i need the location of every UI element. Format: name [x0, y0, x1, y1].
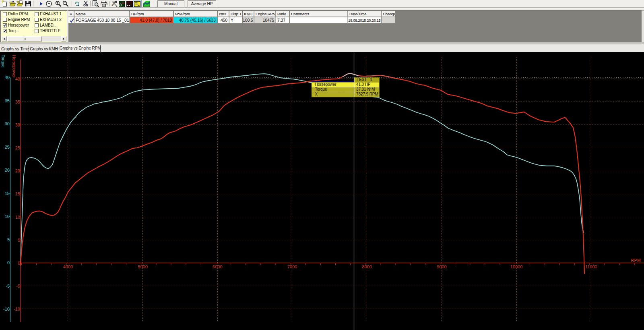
svg-text:Torque: Torque	[315, 87, 328, 91]
svg-text:20: 20	[15, 168, 20, 173]
svg-text:10: 10	[15, 215, 20, 220]
svg-text:8000: 8000	[362, 264, 372, 269]
svg-text:10000: 10000	[510, 264, 523, 269]
svg-text:Torque: Torque	[1, 55, 6, 68]
svg-text:7827.9 RPM: 7827.9 RPM	[356, 92, 378, 96]
svg-text:-10: -10	[14, 307, 20, 311]
svg-text:40: 40	[5, 75, 10, 80]
svg-text:RPM: RPM	[631, 258, 641, 263]
svg-text:30: 30	[5, 121, 10, 126]
svg-text:TEST 1: TEST 1	[357, 77, 372, 82]
svg-text:Horsepower: Horsepower	[12, 55, 17, 78]
svg-text:10: 10	[5, 214, 10, 219]
svg-text:7000: 7000	[287, 264, 297, 269]
svg-text:-5: -5	[16, 284, 20, 288]
svg-text:Horsepower: Horsepower	[315, 82, 337, 87]
svg-text:6000: 6000	[213, 264, 222, 269]
svg-text:X: X	[315, 92, 318, 96]
svg-text:-10: -10	[3, 307, 10, 311]
svg-text:9000: 9000	[437, 264, 446, 269]
svg-text:35: 35	[5, 98, 10, 103]
svg-text:4000: 4000	[63, 264, 73, 269]
svg-text:11000: 11000	[585, 264, 597, 269]
svg-text:5: 5	[7, 237, 10, 242]
svg-text:5: 5	[18, 238, 20, 243]
svg-text:37.31 N*M: 37.31 N*M	[356, 87, 375, 91]
svg-text:0: 0	[18, 261, 20, 266]
svg-text:20: 20	[5, 168, 10, 172]
svg-text:15: 15	[5, 191, 10, 196]
svg-text:5000: 5000	[138, 264, 147, 269]
svg-text:30: 30	[15, 122, 20, 127]
svg-text:25: 25	[15, 145, 20, 150]
svg-text:25: 25	[5, 145, 10, 149]
svg-text:0: 0	[7, 260, 10, 265]
svg-text:-5: -5	[6, 284, 10, 288]
svg-text:15: 15	[15, 191, 20, 196]
svg-text:35: 35	[15, 100, 20, 104]
svg-text:41.0 HP: 41.0 HP	[356, 82, 371, 87]
